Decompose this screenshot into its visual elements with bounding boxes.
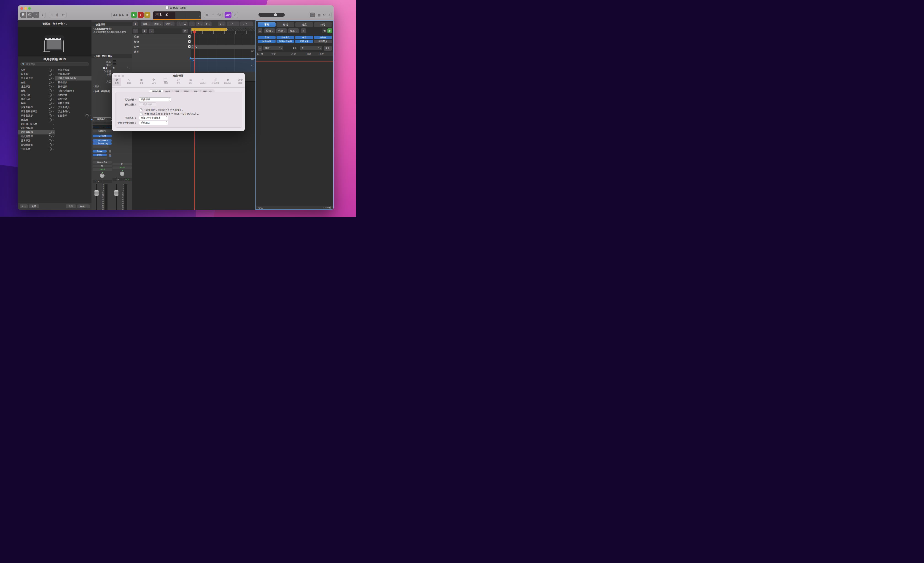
- list-item[interactable]: 钢琴↓›: [18, 101, 55, 105]
- solo-mode-icon[interactable]: Ⓢ: [218, 13, 221, 17]
- prefs-icon-乐谱[interactable]: ♪♪乐谱: [174, 78, 183, 86]
- note-pads-icon[interactable]: ▤: [318, 13, 321, 17]
- edit-menu[interactable]: 编辑 ⌄: [141, 21, 152, 26]
- media-browser-icon[interactable]: ♫: [328, 13, 330, 17]
- send-knob[interactable]: [109, 154, 111, 156]
- list-item[interactable]: 打击乐器↓›: [18, 97, 55, 101]
- list-item[interactable]: 录音室铜管乐器↓›: [18, 109, 55, 114]
- list-item[interactable]: 键盘乐器↓›: [18, 85, 55, 89]
- empty-send-slot[interactable]: [93, 157, 107, 159]
- list-item[interactable]: 奢华现代: [55, 85, 92, 89]
- event-view-menu[interactable]: 显示 ⌄: [288, 28, 299, 33]
- pencil-tool-menu[interactable]: ✛ ⌄: [204, 21, 212, 26]
- crossfade-icon[interactable]: ⊠: [206, 13, 208, 17]
- loop-browser-icon[interactable]: Ω: [323, 13, 326, 17]
- quick-help-header[interactable]: ⌄ 快速帮助: [92, 22, 132, 26]
- midi-fx-slot[interactable]: MIDI FX: [93, 130, 112, 132]
- event-edit-menu[interactable]: 编辑 ⌄: [264, 28, 275, 33]
- send-slot[interactable]: Bus 4: [93, 149, 112, 153]
- save-button[interactable]: 存储…: [77, 204, 90, 208]
- list-item[interactable]: 经典电钢琴: [55, 72, 92, 76]
- prefs-icon-MIDI[interactable]: ✢MIDI: [149, 78, 158, 86]
- download-icon[interactable]: ↓: [49, 114, 52, 117]
- prefs-icon-显示[interactable]: ⃞显示: [162, 78, 171, 86]
- rewind-button[interactable]: ◀◀: [112, 13, 117, 17]
- pointer-tool-menu[interactable]: ↖ ⌄: [196, 21, 204, 26]
- list-editors-icon[interactable]: ☰: [310, 13, 315, 17]
- peak-value[interactable]: -7.7: [122, 178, 132, 181]
- audio-fx-slot[interactable]: Compressor: [93, 139, 112, 142]
- event-back-button[interactable]: ↥: [258, 28, 262, 33]
- pan-knob[interactable]: [119, 171, 125, 177]
- list-item[interactable]: 音槌↓›: [18, 89, 55, 93]
- tab-速度[interactable]: 速度: [295, 22, 313, 27]
- count-in-button[interactable]: 1234: [225, 12, 231, 18]
- download-icon[interactable]: ↓: [49, 85, 52, 88]
- event-functions-menu[interactable]: 功能 ⌄: [276, 28, 287, 33]
- event-filter-音色变化[interactable]: 音色变化: [276, 36, 294, 39]
- list-item[interactable]: 现代经典: [55, 93, 92, 97]
- midi-format0-checkbox[interactable]: ✓: [140, 112, 142, 115]
- event-catch-button[interactable]: ⟊: [301, 28, 306, 33]
- library-toggle-button[interactable]: 🗄: [20, 12, 26, 18]
- event-filter-触后响应[interactable]: 触后响应: [258, 40, 276, 43]
- list-item[interactable]: 合成器↓›: [18, 118, 55, 122]
- more-options-menu[interactable]: ⊙ ⌄: [218, 21, 225, 26]
- midi-in-button[interactable]: ›◉: [322, 28, 327, 33]
- forward-button[interactable]: ▶▶: [119, 13, 124, 17]
- event-filter-音符[interactable]: 音符: [258, 36, 276, 39]
- pan-knob[interactable]: [99, 173, 105, 178]
- list-item[interactable]: 明亮手提箱: [55, 68, 92, 72]
- event-filter-复音触后响应[interactable]: 复音触后响应: [276, 40, 294, 43]
- download-icon[interactable]: ↓: [49, 135, 52, 138]
- tempo-point[interactable]: [190, 57, 191, 59]
- vertical-zoom-slider[interactable]: ↕ ⚬──: [226, 21, 240, 26]
- eq-thumbnail[interactable]: [93, 124, 112, 129]
- list-item[interactable]: 自动琶音器↓›: [18, 143, 55, 147]
- event-filter-附加简介[interactable]: 附加简介: [314, 40, 332, 43]
- list-item[interactable]: 奢华经典: [55, 81, 92, 85]
- download-icon[interactable]: ↓: [49, 77, 52, 80]
- midi-out-button[interactable]: ◉›: [327, 28, 332, 33]
- stop-button[interactable]: ■: [126, 13, 128, 17]
- list-item[interactable]: 快速采样器↓›: [18, 105, 55, 109]
- arrangement-lane[interactable]: [190, 34, 255, 39]
- quantize-apply-button[interactable]: 量化: [324, 46, 332, 51]
- inspector-toggle-button[interactable]: ⓘ: [27, 12, 33, 18]
- download-icon[interactable]: ↓: [49, 69, 52, 72]
- add-track-button[interactable]: ＋: [133, 28, 138, 33]
- download-icon[interactable]: ↓: [49, 90, 52, 92]
- list-item[interactable]: 电子架子鼓↓›: [18, 76, 55, 80]
- lcd-display[interactable]: 001 2 小节 节拍 120 保留 速度 4/4 C大调 ⌄: [153, 12, 201, 20]
- tempo-lane[interactable]: 120: [190, 49, 255, 72]
- group-slot[interactable]: 组: [112, 163, 132, 165]
- startup-action-popup[interactable]: 选择模板⌃⌄: [139, 97, 171, 102]
- peak-value[interactable]: [102, 180, 112, 183]
- download-icon[interactable]: ↓: [49, 102, 52, 105]
- list-item[interactable]: 怀旧电钢琴↓›: [18, 130, 55, 135]
- quick-help-button[interactable]: ?: [33, 12, 39, 18]
- volume-fader[interactable]: [94, 190, 99, 196]
- download-icon[interactable]: ↓: [49, 73, 52, 76]
- audio-fx-slot[interactable]: Channel EQ: [93, 142, 112, 145]
- prefs-icon-录音[interactable]: ◉录音: [137, 78, 146, 86]
- group-slot[interactable]: 组: [93, 165, 112, 167]
- download-icon[interactable]: ↓: [86, 114, 88, 117]
- metronome-button[interactable]: △: [232, 12, 238, 18]
- search-input[interactable]: 🔍 搜索声音: [20, 62, 89, 66]
- list-item[interactable]: 怀旧 B3 管风琴›: [18, 122, 55, 126]
- list-item[interactable]: 怀旧古钢琴›: [18, 126, 55, 130]
- recent-projects-popup[interactable]: 系统默认⌃⌄: [139, 121, 168, 125]
- global-track-header[interactable]: 标记+: [132, 39, 193, 44]
- prefs-icon-自动化[interactable]: ⌁自动化: [198, 78, 208, 86]
- global-track-header[interactable]: 拍号+: [132, 44, 193, 49]
- loop-toggle[interactable]: [113, 63, 116, 65]
- list-item[interactable]: 世界乐器↓›: [18, 139, 55, 143]
- tab-标记[interactable]: 标记: [276, 22, 294, 27]
- library-action-menu[interactable]: ⊙ ⌄: [20, 204, 28, 208]
- back-arrow-button[interactable]: ↥: [133, 21, 138, 26]
- download-icon[interactable]: ↓: [49, 98, 52, 100]
- download-icon[interactable]: ↓: [49, 94, 52, 96]
- slider-knob[interactable]: [274, 13, 277, 16]
- volume-fader[interactable]: [114, 190, 118, 196]
